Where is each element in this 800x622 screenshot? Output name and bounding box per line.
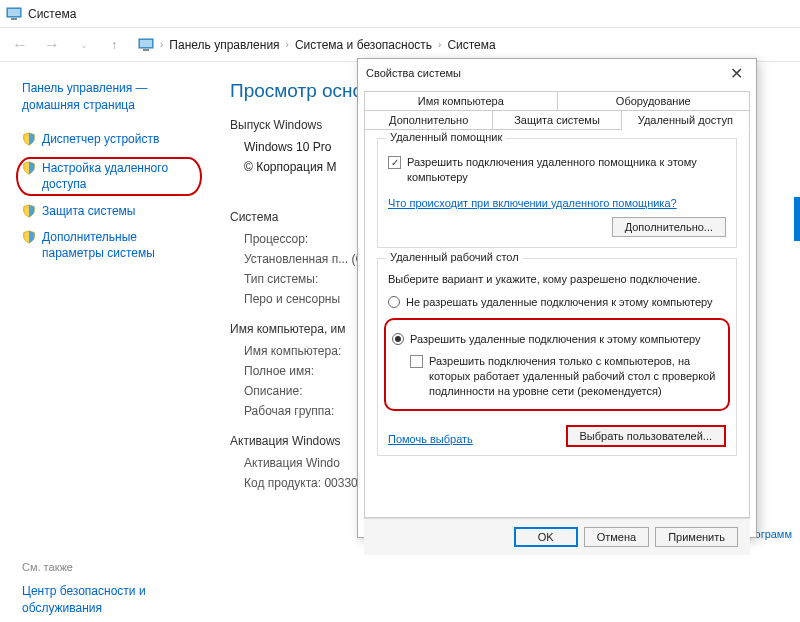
- system-properties-dialog: Свойства системы ✕ Имя компьютера Оборуд…: [357, 58, 757, 538]
- back-button[interactable]: ←: [8, 33, 32, 57]
- breadcrumb-item[interactable]: Панель управления: [169, 38, 279, 52]
- tab-computer-name[interactable]: Имя компьютера: [364, 91, 558, 110]
- close-button[interactable]: ✕: [724, 64, 748, 83]
- dialog-footer: OK Отмена Применить: [364, 518, 750, 555]
- control-panel-home-link[interactable]: Панель управления — домашняя страница: [22, 80, 202, 114]
- shield-icon: [22, 161, 36, 175]
- up-button[interactable]: ↑: [104, 35, 124, 55]
- svg-rect-5: [143, 49, 149, 51]
- tab-hardware[interactable]: Оборудование: [558, 91, 751, 110]
- dialog-body: Удаленный помощник ✓ Разрешить подключен…: [364, 130, 750, 518]
- tab-advanced[interactable]: Дополнительно: [364, 110, 493, 129]
- sidebar-item-label: Защита системы: [42, 204, 135, 220]
- dialog-tabs: Имя компьютера Оборудование Дополнительн…: [358, 87, 756, 130]
- radio-unchecked-icon[interactable]: [388, 296, 400, 308]
- nla-checkbox-row[interactable]: Разрешить подключения только с компьютер…: [410, 354, 722, 399]
- deny-remote-label: Не разрешать удаленные подключения к это…: [406, 295, 713, 310]
- sidebar-item-label: Диспетчер устройств: [42, 132, 159, 148]
- sidebar: Панель управления — домашняя страница Ди…: [0, 62, 220, 622]
- system-icon: [6, 6, 22, 22]
- sidebar-item-label: Настройка удаленного доступа: [42, 161, 192, 192]
- navbar: ← → ⌄ ↑ › Панель управления › Система и …: [0, 28, 800, 62]
- select-users-button[interactable]: Выбрать пользователей...: [566, 425, 727, 447]
- sidebar-item-system-protection[interactable]: Защита системы: [22, 204, 202, 220]
- remote-assistance-legend: Удаленный помощник: [386, 131, 506, 143]
- allow-remote-highlight: Разрешить удаленные подключения к этому …: [384, 318, 730, 411]
- svg-rect-2: [11, 18, 17, 20]
- deny-remote-radio-row[interactable]: Не разрешать удаленные подключения к это…: [388, 295, 726, 310]
- ok-button[interactable]: OK: [514, 527, 578, 547]
- product-key-label: Код продукта:: [244, 476, 321, 490]
- remote-desktop-legend: Удаленный рабочий стол: [386, 251, 523, 263]
- assistance-advanced-button[interactable]: Дополнительно...: [612, 217, 726, 237]
- checkbox-checked-icon[interactable]: ✓: [388, 156, 401, 169]
- chevron-right-icon: ›: [160, 39, 163, 50]
- security-center-link[interactable]: Центр безопасности и обслуживания: [22, 583, 202, 617]
- allow-remote-assistance-row[interactable]: ✓ Разрешить подключения удаленного помощ…: [388, 155, 726, 185]
- remote-desktop-group: Удаленный рабочий стол Выберите вариант …: [377, 258, 737, 456]
- history-dropdown[interactable]: ⌄: [72, 33, 96, 57]
- window-title: Система: [28, 7, 76, 21]
- chevron-right-icon: ›: [286, 39, 289, 50]
- breadcrumb-item[interactable]: Система и безопасность: [295, 38, 432, 52]
- remote-assistance-group: Удаленный помощник ✓ Разрешить подключен…: [377, 138, 737, 248]
- dialog-titlebar: Свойства системы ✕: [358, 59, 756, 87]
- forward-button[interactable]: →: [40, 33, 64, 57]
- svg-rect-1: [8, 9, 20, 16]
- breadcrumb-item[interactable]: Система: [447, 38, 495, 52]
- shield-icon: [22, 230, 36, 244]
- tab-system-protection[interactable]: Защита системы: [493, 110, 621, 129]
- allow-remote-radio-row[interactable]: Разрешить удаленные подключения к этому …: [392, 332, 722, 347]
- cancel-button[interactable]: Отмена: [584, 527, 649, 547]
- sidebar-item-device-manager[interactable]: Диспетчер устройств: [22, 132, 202, 148]
- shield-icon: [22, 132, 36, 146]
- see-also-heading: См. также: [22, 561, 202, 573]
- allow-remote-label: Разрешить удаленные подключения к этому …: [410, 332, 701, 347]
- what-happens-link[interactable]: Что происходит при включении удаленного …: [388, 197, 677, 209]
- chevron-right-icon: ›: [438, 39, 441, 50]
- sidebar-item-advanced-settings[interactable]: Дополнительные параметры системы: [22, 230, 202, 261]
- tab-remote[interactable]: Удаленный доступ: [622, 110, 750, 130]
- svg-rect-4: [140, 40, 152, 47]
- choose-option-text: Выберите вариант и укажите, кому разреше…: [388, 273, 726, 285]
- sidebar-item-label: Дополнительные параметры системы: [42, 230, 202, 261]
- allow-remote-assistance-label: Разрешить подключения удаленного помощни…: [407, 155, 726, 185]
- breadcrumb[interactable]: › Панель управления › Система и безопасн…: [132, 35, 792, 55]
- checkbox-unchecked-icon[interactable]: [410, 355, 423, 368]
- radio-checked-icon[interactable]: [392, 333, 404, 345]
- system-icon: [138, 37, 154, 53]
- dialog-title: Свойства системы: [366, 67, 461, 79]
- apply-button[interactable]: Применить: [655, 527, 738, 547]
- help-choose-link[interactable]: Помочь выбрать: [388, 433, 473, 445]
- window-titlebar: Система: [0, 0, 800, 28]
- windows-logo-edge: [794, 197, 800, 241]
- nla-label: Разрешить подключения только с компьютер…: [429, 354, 722, 399]
- shield-icon: [22, 204, 36, 218]
- sidebar-item-remote-settings[interactable]: Настройка удаленного доступа: [16, 157, 202, 196]
